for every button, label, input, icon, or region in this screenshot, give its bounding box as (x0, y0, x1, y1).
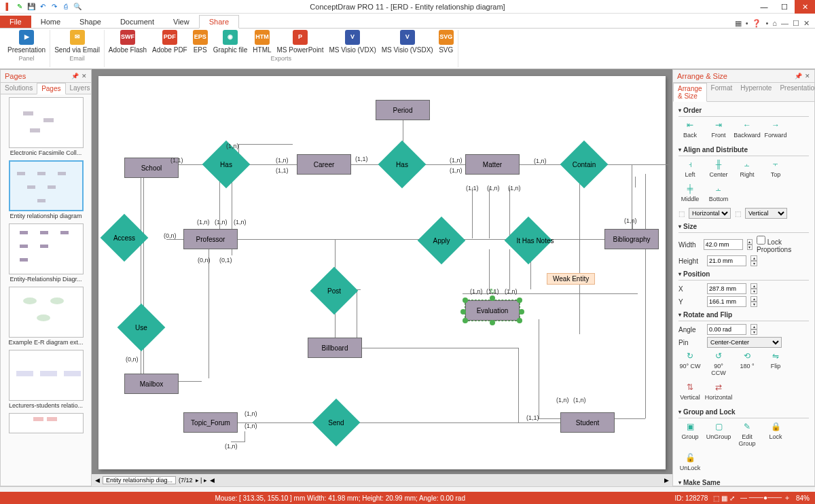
sect-same[interactable]: Make Same (678, 477, 809, 486)
rel-has2[interactable]: Has (378, 151, 426, 178)
btn-align-center[interactable]: ╫Center (707, 159, 730, 178)
status-icons[interactable]: ⬚ ▦ ⤢ (713, 494, 735, 502)
rel-contain[interactable]: Contain (560, 151, 608, 178)
page-thumb-4[interactable]: Lecturers-students relatio... (3, 350, 88, 409)
entity-student[interactable]: Student (560, 412, 615, 433)
tab-presentation-r[interactable]: Presentation (776, 83, 815, 101)
tab-format[interactable]: Format (707, 83, 737, 101)
btn-group[interactable]: ▣Group (678, 421, 702, 447)
close-icon[interactable]: ✕ (805, 73, 810, 79)
btn-visio-vdx[interactable]: VMS Visio (VDX) (329, 30, 376, 54)
ribbon-help-area[interactable]: ▦•❓•⌂—☐✕ (735, 19, 815, 28)
btn-align-middle[interactable]: ╪Middle (678, 183, 702, 202)
btn-svg[interactable]: SVGSVG (439, 30, 454, 54)
sect-group[interactable]: Group and Lock (678, 406, 809, 418)
sect-order[interactable]: Order (678, 105, 809, 117)
rel-ithasnotes[interactable]: It Has Notes (505, 227, 566, 254)
btn-front[interactable]: ⇥Front (707, 120, 730, 139)
btn-editgroup[interactable]: ✎Edit Group (736, 421, 759, 447)
tab-hypernote[interactable]: Hypernote (736, 83, 776, 101)
tab-file[interactable]: File (0, 16, 31, 28)
btn-align-top[interactable]: ⫟Top (764, 159, 787, 178)
btn-unlock[interactable]: 🔓UnLock (678, 452, 702, 471)
entity-evaluation[interactable]: Evaluation ↻ (465, 300, 520, 321)
entity-billboard[interactable]: Billboard (308, 338, 362, 358)
tab-pages[interactable]: Pages (37, 83, 65, 94)
rel-access[interactable]: Access (101, 224, 148, 251)
entity-bibliography[interactable]: Bibliography (604, 229, 659, 249)
btn-ungroup[interactable]: ▢UnGroup (707, 421, 730, 447)
btn-flip-v[interactable]: ⇅Vertical (678, 382, 702, 401)
canvas-bottom-tabs[interactable]: ◀ Entity relationship diag... (7/12 ▸ | … (92, 474, 672, 486)
entity-professor[interactable]: Professor (183, 229, 238, 249)
close-button[interactable]: ✕ (795, 0, 815, 14)
tab-home[interactable]: Home (31, 16, 70, 28)
tab-layers[interactable]: Layers (66, 83, 94, 94)
rel-post[interactable]: Post (310, 277, 358, 304)
canvas-area[interactable]: School Period Career Matter Professor Bi… (92, 69, 672, 486)
page-thumb-0[interactable]: Electronic Facsimile Coll... (3, 97, 88, 156)
btn-html[interactable]: HTMHTML (253, 30, 271, 54)
tab-solutions[interactable]: Solutions (1, 83, 37, 94)
page-thumb-5[interactable] (3, 413, 88, 433)
btn-presentation[interactable]: ▶Presentation (7, 30, 46, 54)
inp-y[interactable] (707, 296, 746, 307)
zoom-slider[interactable]: — ───●─── ＋ (740, 493, 791, 503)
entity-matter[interactable]: Matter (465, 154, 520, 175)
inp-width[interactable] (704, 239, 743, 250)
btn-180[interactable]: ⟲180 ° (736, 350, 759, 376)
btn-flip[interactable]: ⇋Flip (764, 350, 787, 376)
tab-view[interactable]: View (164, 16, 199, 28)
tab-next-icon[interactable]: ▸ | ▸ (196, 477, 207, 484)
sect-align[interactable]: Align and Distribute (678, 144, 809, 156)
pin-icon[interactable]: 📌 (795, 73, 802, 79)
inp-height[interactable] (707, 255, 746, 266)
pin-icon[interactable]: 📌 (71, 73, 79, 79)
btn-visio-vsdx[interactable]: VMS Visio (VSDX) (382, 30, 433, 54)
chk-lock[interactable] (757, 236, 765, 245)
tab-prev-icon[interactable]: ◀ (95, 477, 100, 484)
btn-align-right[interactable]: ⫠Right (736, 159, 759, 178)
btn-lock[interactable]: 🔒Lock (764, 421, 787, 447)
minimize-button[interactable]: — (754, 0, 774, 14)
btn-eps[interactable]: EPSEPS (193, 30, 208, 54)
rel-has1[interactable]: Has (202, 151, 250, 178)
entity-career[interactable]: Career (297, 154, 351, 175)
btn-backward[interactable]: ←Backward (736, 120, 759, 139)
inp-angle[interactable] (707, 324, 746, 335)
btn-flash[interactable]: SWFAdobe Flash (109, 30, 147, 54)
close-icon[interactable]: ✕ (82, 73, 87, 79)
entity-topic-forum[interactable]: Topic_Forum (183, 412, 238, 433)
btn-ppt[interactable]: PMS PowerPoint (277, 30, 324, 54)
maximize-button[interactable]: ☐ (774, 0, 795, 14)
btn-90ccw[interactable]: ↺90° CCW (707, 350, 730, 376)
rel-apply[interactable]: Apply (418, 227, 465, 254)
sel-vert[interactable]: Vertical (745, 208, 787, 219)
sect-size[interactable]: Size (678, 221, 809, 233)
btn-flip-h[interactable]: ⇄Horizontal (707, 382, 730, 401)
sect-pos[interactable]: Position (678, 268, 809, 281)
entity-period[interactable]: Period (376, 100, 430, 120)
rel-use[interactable]: Use (117, 314, 165, 341)
tab-shape[interactable]: Shape (70, 16, 111, 28)
inp-x[interactable] (707, 283, 746, 294)
rel-send[interactable]: Send (312, 409, 360, 436)
btn-forward[interactable]: →Forward (764, 120, 787, 139)
btn-back[interactable]: ⇤Back (678, 120, 702, 139)
btn-align-left[interactable]: ⫞Left (678, 159, 702, 178)
sel-pin[interactable]: Center-Center (707, 337, 782, 348)
diagram-canvas[interactable]: School Period Career Matter Professor Bi… (98, 76, 666, 469)
btn-graphic[interactable]: ◉Graphic file (213, 30, 248, 54)
btn-90cw[interactable]: ↻90° CW (678, 350, 702, 376)
sel-horiz[interactable]: Horizontal (689, 208, 731, 219)
tab-arrange[interactable]: Arrange & Size (673, 83, 707, 102)
btn-pdf[interactable]: PDFAdobe PDF (152, 30, 187, 54)
tab-share[interactable]: Share (199, 15, 239, 29)
btn-email[interactable]: ✉Send via Email (54, 30, 100, 54)
qat[interactable]: ▌✎💾 ↶↷ ⎙🔍 (0, 2, 86, 12)
sect-rotate[interactable]: Rotate and Flip (678, 309, 809, 321)
btn-align-bottom[interactable]: ⫠Bottom (707, 183, 730, 202)
tab-document[interactable]: Document (111, 16, 164, 28)
page-thumb-2[interactable]: Entity-Relationship Diagr... (3, 223, 88, 283)
entity-mailbox[interactable]: Mailbox (124, 374, 179, 394)
